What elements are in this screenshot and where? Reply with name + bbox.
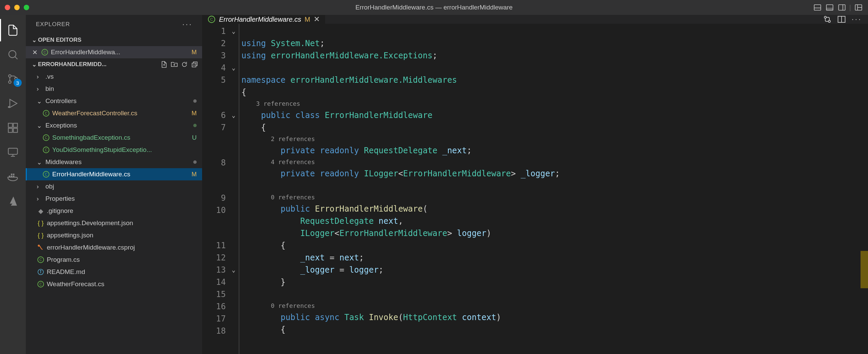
folder-properties[interactable]: › Properties xyxy=(26,193,202,205)
close-window-button[interactable] xyxy=(5,5,10,10)
folder-middlewares[interactable]: ⌄ Middlewares xyxy=(26,156,202,168)
folder-controllers[interactable]: ⌄ Controllers xyxy=(26,95,202,107)
close-icon[interactable]: ✕ xyxy=(31,48,39,56)
explorer-actions-icon[interactable]: ··· xyxy=(182,20,193,29)
code-content[interactable]: using System.Net; using errorHandlerMidd… xyxy=(239,24,868,354)
extensions-activity[interactable] xyxy=(0,117,26,139)
toggle-panel-icon[interactable] xyxy=(813,3,822,12)
file-appsettings-dev[interactable]: { } appsettings.Development.json xyxy=(26,217,202,229)
fold-gutter[interactable]: ⌄ ⌄ ⌄ ⌄ ⌄ xyxy=(229,24,239,354)
file-weatherforecast[interactable]: C WeatherForecast.cs xyxy=(26,278,202,290)
close-icon[interactable]: ✕ xyxy=(314,15,320,24)
svg-line-10 xyxy=(15,57,18,59)
new-file-icon[interactable] xyxy=(161,61,167,68)
codelens[interactable]: 4 references xyxy=(241,157,868,168)
azure-activity[interactable] xyxy=(0,190,26,212)
svg-point-11 xyxy=(8,75,11,77)
chevron-down-icon: ⌄ xyxy=(37,158,43,166)
editor-area: C ErrorHandlerMiddleware.cs M ✕ ··· Midd… xyxy=(202,15,868,354)
git-compare-icon[interactable] xyxy=(823,15,831,23)
run-debug-activity[interactable] xyxy=(0,92,26,115)
tab-actions: ··· xyxy=(823,15,868,24)
maximize-window-button[interactable] xyxy=(24,5,29,10)
file-weatherforecastcontroller[interactable]: C WeatherForecastController.cs M xyxy=(26,107,202,119)
git-dirty-dot-icon xyxy=(193,160,197,164)
file-label: errorHandlerMiddleware.csproj xyxy=(47,244,135,251)
remote-activity[interactable] xyxy=(0,141,26,163)
folder-vs[interactable]: › .vs xyxy=(26,71,202,83)
tab-errorhandlermiddleware[interactable]: C ErrorHandlerMiddleware.cs M ✕ xyxy=(202,15,325,24)
git-dirty-dot-icon xyxy=(193,99,197,103)
new-folder-icon[interactable] xyxy=(171,61,178,68)
toggle-bottom-panel-icon[interactable] xyxy=(825,3,834,12)
svg-point-49 xyxy=(40,270,41,271)
codelens[interactable]: 3 references xyxy=(241,98,868,109)
source-control-activity[interactable]: 3 xyxy=(0,68,26,90)
file-appsettings[interactable]: { } appsettings.json xyxy=(26,229,202,241)
svg-point-44 xyxy=(38,245,39,246)
svg-rect-4 xyxy=(839,5,845,11)
folder-bin[interactable]: › bin xyxy=(26,83,202,95)
refresh-icon[interactable] xyxy=(181,61,188,68)
csproj-file-icon xyxy=(37,244,45,251)
file-youdidsomethingstupid[interactable]: C YouDidSomethingStupidExceptio... xyxy=(26,144,202,156)
file-label: WeatherForecastController.cs xyxy=(52,110,137,117)
chevron-right-icon: › xyxy=(37,195,43,202)
svg-rect-3 xyxy=(826,8,833,10)
titlebar: ErrorHandlerMiddleware.cs — errorHandler… xyxy=(0,0,868,15)
svg-text:C: C xyxy=(39,258,42,262)
csharp-file-icon: C xyxy=(42,171,50,178)
collapse-all-icon[interactable] xyxy=(191,61,198,68)
open-editor-item[interactable]: ✕ C ErrorHandlerMiddlewa... M xyxy=(26,46,202,58)
project-section[interactable]: ⌄ ERRORHANDLERMIDD... xyxy=(26,58,202,71)
explorer-activity[interactable] xyxy=(0,19,26,41)
file-program[interactable]: C Program.cs xyxy=(26,254,202,266)
file-somethingbadexception[interactable]: C SomethingbadException.cs U xyxy=(26,132,202,144)
csharp-file-icon: C xyxy=(42,146,50,153)
svg-rect-20 xyxy=(8,148,18,154)
open-editors-section[interactable]: ⌄ OPEN EDITORS xyxy=(26,34,202,46)
svg-rect-26 xyxy=(11,174,13,175)
more-actions-icon[interactable]: ··· xyxy=(852,15,862,24)
tab-label: ErrorHandlerMiddleware.cs xyxy=(219,16,301,23)
customize-layout-icon[interactable] xyxy=(854,3,863,12)
file-label: appsettings.Development.json xyxy=(47,219,133,227)
json-file-icon: { } xyxy=(37,219,45,227)
file-label: Program.cs xyxy=(47,256,80,263)
file-label: YouDidSomethingStupidExceptio... xyxy=(52,146,152,154)
codelens[interactable]: 0 references xyxy=(241,192,868,203)
folder-label: .vs xyxy=(45,73,54,80)
scm-badge: 3 xyxy=(14,79,22,87)
chevron-down-icon: ⌄ xyxy=(229,109,239,121)
folder-exceptions[interactable]: ⌄ Exceptions xyxy=(26,119,202,132)
git-modified-badge: M xyxy=(192,49,197,56)
window-title: ErrorHandlerMiddleware.cs — errorHandler… xyxy=(355,4,513,11)
file-readme[interactable]: README.md xyxy=(26,266,202,278)
split-editor-icon[interactable] xyxy=(837,15,846,23)
codelens[interactable]: 2 references xyxy=(241,134,868,144)
file-label: WeatherForecast.cs xyxy=(47,280,104,288)
file-gitignore[interactable]: ◆ .gitignore xyxy=(26,205,202,217)
docker-activity[interactable] xyxy=(0,165,26,188)
chevron-down-icon: ⌄ xyxy=(37,97,43,105)
folder-label: Exceptions xyxy=(45,122,77,129)
project-label: ERRORHANDLERMIDD... xyxy=(38,61,106,68)
svg-point-9 xyxy=(9,51,16,58)
chevron-down-icon: ⌄ xyxy=(229,264,239,276)
csharp-file-icon: C xyxy=(37,281,45,288)
csharp-file-icon: C xyxy=(37,256,45,263)
codelens[interactable]: 0 references xyxy=(241,300,868,311)
file-csproj[interactable]: errorHandlerMiddleware.csproj xyxy=(26,241,202,254)
file-label: SomethingbadException.cs xyxy=(52,134,130,141)
folder-label: Middlewares xyxy=(45,158,82,166)
code-editor[interactable]: 1 2 3 4 5 6 7 8 9 10 11 12 13 14 15 16 1… xyxy=(202,24,868,354)
json-file-icon: { } xyxy=(37,232,45,239)
minimize-window-button[interactable] xyxy=(14,5,20,10)
toggle-sidebar-icon[interactable] xyxy=(837,3,847,12)
svg-point-12 xyxy=(8,81,11,83)
vertical-scrollbar[interactable] xyxy=(861,58,868,322)
svg-text:C: C xyxy=(45,173,47,176)
file-errorhandlermiddleware[interactable]: C ErrorHandlerMiddleware.cs M xyxy=(26,168,202,180)
folder-obj[interactable]: › obj xyxy=(26,180,202,193)
search-activity[interactable] xyxy=(0,43,26,66)
